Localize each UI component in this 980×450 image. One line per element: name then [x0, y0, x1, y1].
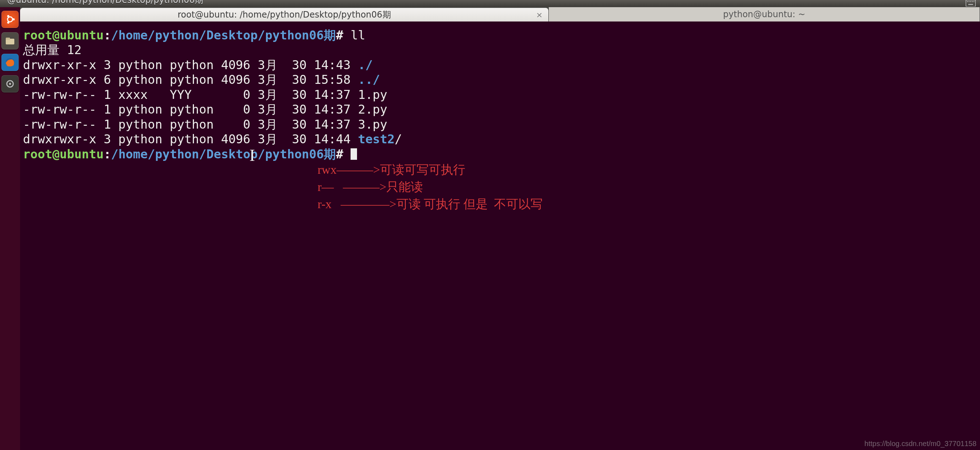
- prompt-colon: :: [103, 28, 111, 42]
- dir-name: test2: [358, 132, 395, 146]
- prompt-path: /home/python/Desktop/python06期: [111, 28, 336, 42]
- launcher-settings-icon[interactable]: [2, 75, 19, 92]
- svg-point-10: [7, 22, 9, 24]
- output-line: -rw-rw-r-- 1 python python 0 3月 30 14:37…: [23, 102, 388, 116]
- output-line: drwxrwxr-x 3 python python 4096 3月 30 14…: [23, 132, 358, 146]
- annotation-line: rwx———>可读可写可执行: [318, 161, 465, 178]
- tab-active-label: root@ubuntu: /home/python/Desktop/python…: [177, 9, 391, 21]
- launcher-files-icon[interactable]: [2, 32, 19, 49]
- svg-rect-4: [972, 1, 972, 2]
- tab-inactive-label: python@ubuntu: ~: [723, 9, 805, 19]
- svg-point-15: [9, 83, 11, 85]
- svg-rect-6: [968, 4, 973, 5]
- output-total: 总用量 12: [23, 43, 81, 57]
- output-line: -rw-rw-r-- 1 python python 0 3月 30 14:37…: [23, 117, 388, 132]
- window-title-bar: @ubuntu: /home/python/Desktop/python06期: [0, 0, 980, 7]
- close-icon[interactable]: ×: [536, 10, 543, 19]
- ibeam-cursor-icon: I: [250, 145, 255, 165]
- svg-rect-0: [966, 0, 976, 6]
- annotation-line: r-x ————>可读 可执行 但是 不可以写: [318, 196, 543, 213]
- unity-launcher: >_: [0, 7, 20, 450]
- svg-rect-12: [6, 38, 10, 40]
- launcher-dash-icon[interactable]: [2, 11, 19, 28]
- text-cursor: [350, 148, 357, 160]
- annotation-line: r— ———>只能读: [318, 178, 423, 196]
- svg-rect-3: [970, 1, 971, 2]
- watermark-text: https://blog.csdn.net/m0_37701158: [865, 440, 977, 448]
- prompt-user: root@ubuntu: [23, 28, 103, 42]
- prompt-colon: :: [103, 147, 111, 161]
- launcher-firefox-icon[interactable]: [2, 54, 19, 71]
- prompt-path: /home/python/Desktop/python06期: [111, 147, 336, 161]
- prompt-hash: #: [336, 28, 343, 42]
- svg-point-7: [8, 17, 13, 22]
- dir-name: ./: [358, 58, 373, 72]
- tab-active[interactable]: root@ubuntu: /home/python/Desktop/python…: [20, 8, 549, 22]
- prompt-user: root@ubuntu: [23, 147, 103, 161]
- output-line: drwxr-xr-x 6 python python 4096 3月 30 15…: [23, 72, 358, 87]
- svg-rect-2: [969, 1, 969, 2]
- output-line: -rw-rw-r-- 1 xxxx YYY 0 3月 30 14:37 1.py: [23, 87, 388, 102]
- svg-rect-1: [967, 1, 968, 2]
- prompt-hash: #: [336, 147, 350, 161]
- output-line: drwxr-xr-x 3 python python 4096 3月 30 14…: [23, 58, 358, 72]
- svg-point-8: [13, 18, 15, 21]
- svg-point-9: [7, 15, 9, 17]
- keyboard-icon[interactable]: [966, 0, 976, 6]
- window-title-text: @ubuntu: /home/python/Desktop/python06期: [7, 0, 203, 3]
- dir-slash: /: [395, 132, 402, 146]
- tab-inactive[interactable]: python@ubuntu: ~: [549, 7, 980, 22]
- svg-rect-5: [974, 1, 974, 2]
- terminal-tab-bar: root@ubuntu: /home/python/Desktop/python…: [20, 7, 980, 22]
- command-text: ll: [344, 28, 365, 42]
- dir-name: ../: [358, 72, 380, 87]
- terminal-body[interactable]: root@ubuntu:/home/python/Desktop/python0…: [20, 22, 980, 450]
